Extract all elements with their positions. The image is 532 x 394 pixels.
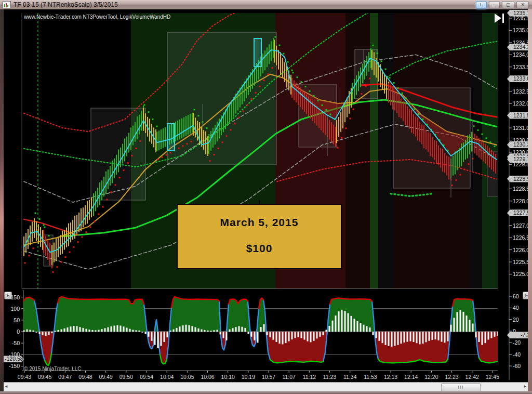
trail-stop-dot-green (39, 218, 41, 220)
momentum-bar (98, 330, 100, 332)
momentum-bar (373, 332, 374, 335)
trail-stop-dot-green (206, 127, 208, 129)
renko-bar (165, 127, 166, 147)
app-icon (3, 1, 11, 8)
momentum-bar (320, 332, 321, 337)
indicator-panel[interactable] (23, 297, 499, 365)
renko-bar (417, 117, 418, 140)
momentum-bar (450, 325, 452, 332)
renko-bar (83, 207, 84, 227)
renko-bar (135, 122, 136, 142)
momentum-bar (491, 332, 493, 338)
price-tick-label: 1231.0 (513, 125, 529, 131)
trail-stop-dot-red (24, 262, 26, 264)
renko-bar (143, 108, 144, 131)
trail-stop-dot-red (57, 266, 58, 268)
renko-bar (269, 44, 270, 64)
momentum-bar (204, 330, 206, 332)
time-tick-label: 11:34 (342, 374, 358, 380)
momentum-bar (376, 332, 377, 338)
momentum-bar (139, 331, 140, 332)
momentum-bar (335, 316, 337, 332)
momentum-bar (301, 332, 302, 338)
momentum-bar (210, 331, 212, 332)
momentum-bar (89, 330, 90, 332)
momentum-bar (295, 332, 296, 338)
minimize-button[interactable]: – (489, 1, 500, 9)
momentum-bar (95, 330, 97, 332)
renko-bar (423, 125, 424, 148)
renko-bar (366, 56, 367, 76)
title-bar[interactable]: TF 03-15 (7 NTRenkoScalp) 3/5/2015 L – ▢… (0, 0, 532, 9)
renko-bar (158, 130, 159, 150)
momentum-bar (388, 332, 390, 346)
trail-stop-dot-red (226, 135, 228, 137)
renko-bar (421, 125, 422, 145)
renko-bar (212, 128, 214, 148)
renko-bar (438, 146, 439, 165)
renko-bar (323, 113, 324, 133)
trail-stop-dot-green (152, 119, 154, 120)
momentum-bar (151, 332, 153, 341)
renko-bar (302, 89, 303, 109)
time-tick-label: 10:05 (179, 374, 195, 380)
trail-stop-dot-green (283, 53, 285, 55)
renko-bar (175, 122, 176, 141)
renko-bar (205, 132, 206, 154)
momentum-bar (413, 332, 415, 342)
trail-stop-dot-red (259, 86, 261, 87)
renko-bar (318, 108, 320, 128)
momentum-bar (242, 327, 243, 332)
momentum-bar (64, 329, 65, 332)
momentum-bar (341, 310, 343, 332)
scrollbar-thumb[interactable] (441, 383, 481, 391)
renko-bar (280, 52, 281, 75)
renko-bar (388, 83, 389, 102)
renko-bar (78, 213, 79, 232)
momentum-bar (357, 321, 358, 332)
time-tick-label: 11:23 (322, 374, 338, 380)
renko-bar (419, 122, 420, 142)
renko-bar (306, 94, 307, 114)
trail-stop-dot-red (162, 156, 163, 158)
trail-stop-dot-red (209, 160, 211, 162)
renko-bar (411, 110, 412, 133)
renko-bar (316, 106, 317, 126)
close-button[interactable]: ✕ (516, 1, 529, 9)
momentum-bar (220, 332, 221, 334)
entry-signal-box[interactable] (167, 124, 175, 151)
horizontal-scrollbar[interactable]: ◄ ► (1, 382, 530, 391)
momentum-bar (198, 329, 200, 332)
renko-bar (210, 131, 211, 151)
momentum-bar (304, 332, 305, 340)
renko-bar (271, 41, 272, 61)
entry-signal-box[interactable] (254, 38, 261, 67)
momentum-bar (245, 328, 246, 332)
window-bottom-border (0, 391, 532, 394)
price-tick-label: 1225.0 (513, 271, 529, 277)
momentum-bar (161, 332, 162, 346)
trail-stop-dot-red (123, 169, 125, 171)
momentum-bar (469, 320, 471, 332)
renko-bar (177, 121, 178, 140)
play-forward-icon[interactable] (495, 14, 507, 23)
time-tick-label: 10:04 (159, 374, 175, 380)
momentum-bar (173, 330, 175, 332)
annotation-box[interactable]: March 5, 2015 $100 (177, 204, 342, 269)
price-tick-label: 1234.0 (513, 51, 529, 58)
momentum-bar (254, 332, 256, 340)
momentum-bar (92, 330, 94, 332)
momentum-bar (338, 311, 340, 332)
trail-stop-dot-green (313, 95, 315, 97)
trail-stop-dot-red (191, 141, 192, 142)
price-tick-label: 1235.0 (513, 27, 529, 33)
renko-bar (193, 113, 194, 136)
link-button[interactable]: L (476, 1, 487, 9)
maximize-button[interactable]: ▢ (502, 1, 515, 9)
renko-bar (203, 130, 204, 150)
trail-stop-dot-red (136, 148, 137, 149)
price-tick-label: 1233.5 (513, 64, 529, 70)
momentum-bar (185, 325, 187, 332)
trail-stop-dot-red (460, 174, 461, 176)
renko-bar (356, 75, 357, 95)
